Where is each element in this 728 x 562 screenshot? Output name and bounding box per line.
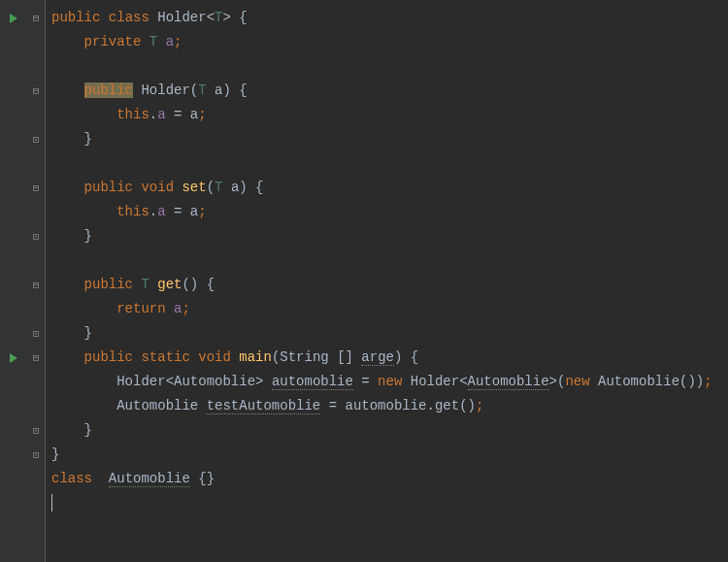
type: Automoblie bbox=[174, 374, 255, 389]
code-line[interactable]: public Holder(T a) { bbox=[51, 79, 728, 103]
fold-icon[interactable] bbox=[31, 353, 41, 363]
keyword: this bbox=[116, 107, 149, 122]
gutter-fold[interactable] bbox=[0, 127, 45, 151]
param: arge bbox=[361, 349, 394, 366]
code-line[interactable]: } bbox=[51, 443, 728, 467]
fold-icon[interactable] bbox=[31, 281, 41, 290]
keyword: public bbox=[84, 349, 133, 365]
type: Automoblie bbox=[468, 374, 549, 390]
method-call: get bbox=[435, 398, 459, 413]
var: automoblie bbox=[345, 398, 426, 413]
code-line[interactable] bbox=[51, 151, 728, 176]
gutter-fold[interactable] bbox=[0, 443, 45, 467]
caret-icon bbox=[51, 494, 52, 512]
type-param: T bbox=[215, 180, 222, 195]
code-line[interactable]: } bbox=[51, 127, 728, 151]
code-line[interactable] bbox=[51, 54, 728, 79]
code-line[interactable]: Automoblie testAutomoblie = automoblie.g… bbox=[51, 394, 728, 418]
fold-icon[interactable] bbox=[31, 14, 41, 23]
type-param: T bbox=[149, 34, 157, 50]
gutter-fold[interactable] bbox=[0, 273, 45, 297]
code-area[interactable]: public class Holder<T> { private T a; pu… bbox=[46, 0, 728, 562]
keyword: public bbox=[51, 10, 100, 25]
code-line[interactable]: } bbox=[51, 418, 728, 443]
keyword: new bbox=[565, 374, 589, 389]
keyword: void bbox=[198, 349, 231, 365]
keyword: public bbox=[84, 277, 133, 292]
fold-icon[interactable] bbox=[31, 183, 41, 193]
keyword: public bbox=[84, 83, 133, 98]
fold-close-icon[interactable] bbox=[31, 232, 41, 242]
method: set bbox=[182, 180, 206, 195]
keyword: new bbox=[378, 374, 402, 389]
code-line[interactable]: } bbox=[51, 224, 728, 248]
fold-close-icon[interactable] bbox=[31, 450, 41, 460]
class-name: Automoblie bbox=[109, 471, 190, 487]
method: main bbox=[239, 349, 272, 365]
code-line[interactable] bbox=[51, 248, 728, 273]
type-param: T bbox=[198, 83, 206, 98]
constructor: Holder bbox=[141, 83, 189, 98]
type: Holder bbox=[116, 374, 165, 389]
var: a bbox=[190, 107, 198, 122]
code-line[interactable] bbox=[51, 491, 728, 515]
field: a bbox=[157, 204, 165, 219]
type: Automoblie bbox=[598, 374, 679, 389]
keyword: class bbox=[51, 471, 92, 486]
var: automoblie bbox=[272, 374, 353, 390]
gutter-fold[interactable] bbox=[0, 224, 45, 248]
code-line[interactable]: return a; bbox=[51, 297, 728, 321]
keyword: return bbox=[116, 301, 165, 316]
var: testAutomoblie bbox=[207, 398, 321, 414]
keyword: this bbox=[116, 204, 149, 219]
fold-close-icon[interactable] bbox=[31, 426, 41, 436]
gutter-fold[interactable] bbox=[0, 79, 45, 103]
fold-close-icon[interactable] bbox=[31, 329, 41, 339]
gutter-fold[interactable] bbox=[0, 176, 45, 200]
run-icon bbox=[10, 353, 17, 363]
code-line[interactable]: public class Holder<T> { bbox=[51, 6, 728, 30]
code-line[interactable]: this.a = a; bbox=[51, 200, 728, 224]
gutter-fold[interactable] bbox=[0, 418, 45, 443]
code-line[interactable]: public void set(T a) { bbox=[51, 176, 728, 200]
gutter bbox=[0, 0, 46, 562]
code-line[interactable]: public T get() { bbox=[51, 273, 728, 297]
keyword: public bbox=[84, 180, 133, 195]
type: Holder bbox=[411, 374, 459, 389]
gutter-run-marker[interactable] bbox=[0, 346, 45, 370]
class-name: Holder bbox=[157, 10, 206, 25]
var: a bbox=[190, 204, 198, 219]
gutter-fold[interactable] bbox=[0, 321, 45, 346]
code-line[interactable]: private T a; bbox=[51, 30, 728, 54]
field: a bbox=[166, 34, 174, 50]
method: get bbox=[157, 277, 182, 292]
keyword: static bbox=[141, 349, 189, 365]
field: a bbox=[157, 107, 165, 122]
code-line[interactable]: } bbox=[51, 321, 728, 346]
gutter-run-marker[interactable] bbox=[0, 6, 45, 30]
type-param: T bbox=[141, 277, 149, 292]
code-editor: public class Holder<T> { private T a; pu… bbox=[0, 0, 728, 562]
type: String bbox=[280, 349, 328, 365]
keyword: private bbox=[84, 34, 142, 50]
code-line[interactable]: Holder<Automoblie> automoblie = new Hold… bbox=[51, 370, 728, 394]
fold-close-icon[interactable] bbox=[31, 135, 41, 145]
keyword: class bbox=[109, 10, 149, 25]
code-line[interactable]: this.a = a; bbox=[51, 103, 728, 127]
run-icon bbox=[10, 14, 17, 23]
code-line[interactable]: public static void main(String [] arge) … bbox=[51, 346, 728, 370]
keyword: void bbox=[141, 180, 174, 195]
fold-icon[interactable] bbox=[31, 86, 41, 96]
code-line[interactable]: class Automoblie {} bbox=[51, 467, 728, 491]
type: Automoblie bbox=[116, 398, 198, 413]
